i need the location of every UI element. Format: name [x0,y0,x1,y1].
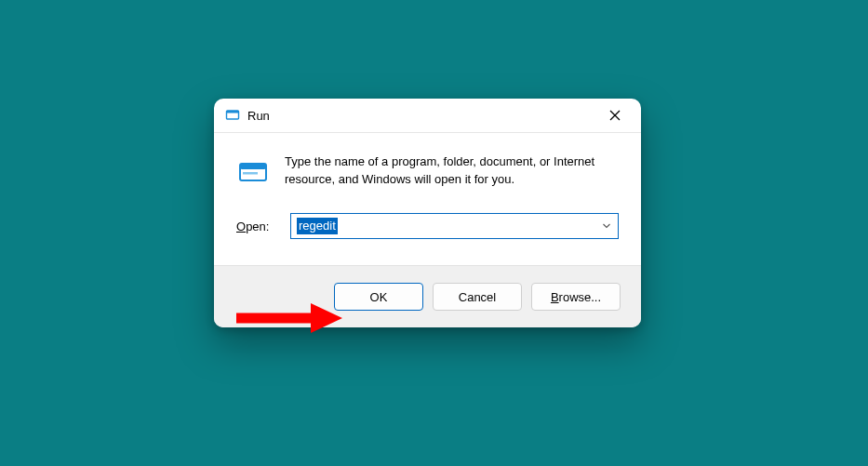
dialog-body: Type the name of a program, folder, docu… [214,133,641,265]
open-label: Open: [236,220,275,233]
run-dialog: Run Type the name of a program, folder, … [214,99,641,327]
instruction-text: Type the name of a program, folder, docu… [285,153,619,189]
svg-rect-5 [240,164,266,169]
svg-rect-6 [243,172,258,175]
button-bar: OK Cancel Browse... [214,265,641,327]
open-input-value: regedit [297,218,338,234]
cancel-button[interactable]: Cancel [433,283,522,311]
dialog-title: Run [247,109,596,123]
svg-rect-1 [227,111,239,113]
titlebar: Run [214,99,641,133]
browse-button[interactable]: Browse... [531,283,621,311]
run-icon [225,108,240,123]
close-button[interactable] [596,102,634,128]
instruction-row: Type the name of a program, folder, docu… [236,153,619,189]
ok-button[interactable]: OK [334,283,423,311]
open-combobox[interactable]: regedit [290,213,619,239]
close-icon [609,110,621,121]
chevron-down-icon[interactable] [601,220,612,232]
open-row: Open: regedit [236,213,619,239]
run-large-icon [236,155,270,189]
